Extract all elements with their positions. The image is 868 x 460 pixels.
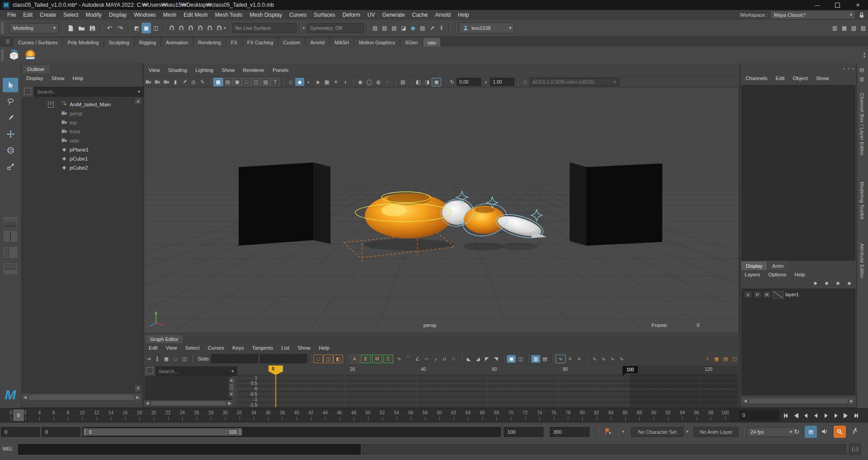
time-snap-icon[interactable]: ◫ (516, 355, 525, 363)
motion-blur-icon[interactable]: ◯ (365, 78, 374, 86)
plateau-tangent-icon[interactable]: ∪ (440, 355, 449, 363)
horizontal-scrollbar[interactable] (151, 401, 226, 405)
render-view-icon[interactable]: ▤ (370, 23, 380, 33)
frame-number-28[interactable]: 28 (208, 410, 213, 415)
frame-number-60[interactable]: 60 (437, 410, 442, 415)
tab-attribute-editor[interactable]: Attribute Editor (859, 243, 865, 278)
layout-persp-outliner-button[interactable] (4, 247, 17, 258)
snap-to-curves-icon[interactable] (176, 23, 186, 33)
time-slider[interactable]: 0246810121416182022242628303234363840424… (0, 408, 868, 422)
shelf-tab-sculpting[interactable]: Sculpting (104, 38, 134, 47)
sidebar-icon-a[interactable]: ▤ (859, 67, 864, 73)
frame-number-98[interactable]: 98 (708, 410, 713, 415)
workspace-selector[interactable]: Maya Classic* ▼ (770, 10, 855, 19)
shelf-tab-arnold[interactable]: Arnold (306, 38, 329, 47)
move-layer-down-icon[interactable] (823, 280, 830, 287)
layer-color-swatch[interactable] (773, 291, 783, 299)
shelf-tab-custom[interactable]: Custom (278, 38, 305, 47)
frame-number-42[interactable]: 42 (308, 410, 313, 415)
show-tool-settings-icon[interactable]: ▧ (849, 23, 859, 33)
shelf-item-badge[interactable] (23, 48, 38, 62)
tangent-preset-e[interactable]: E (361, 355, 371, 363)
snap-to-points-icon[interactable] (186, 23, 195, 33)
script-editor-icon[interactable]: {;} (849, 444, 861, 455)
redo-button[interactable]: ↷ (115, 23, 126, 33)
channel-box-menu-edit[interactable]: Edit (772, 74, 789, 82)
range-slider-track[interactable]: 0 100 (82, 427, 501, 437)
save-scene-button[interactable] (87, 23, 98, 33)
viewport-menu-show[interactable]: Show (217, 66, 239, 74)
graph-editor-menu-keys[interactable]: Keys (228, 344, 248, 352)
symmetry-field[interactable]: Symmetry: Off (307, 23, 364, 33)
textured-display-icon[interactable]: ◈ (313, 78, 322, 86)
layer-menu-layers[interactable]: Layers (741, 270, 764, 279)
pause-viewport-icon[interactable]: ‖ (437, 23, 446, 33)
region-select-icon[interactable]: □ (171, 355, 180, 363)
chevron-down-icon[interactable]: ▾ (224, 26, 226, 30)
play-forwards-button[interactable] (821, 410, 830, 421)
tab-modeling-toolkit[interactable]: Modeling Toolkit (859, 182, 865, 219)
fps-selector[interactable]: 24 fps ▼ (747, 427, 795, 437)
frame-number-14[interactable]: 14 (108, 410, 113, 415)
camera-select-icon[interactable] (144, 78, 153, 86)
frame-number-84[interactable]: 84 (609, 410, 613, 415)
frame-number-24[interactable]: 24 (180, 410, 185, 415)
shelf-tab-mash[interactable]: MASH (330, 38, 354, 47)
time-slider-track[interactable]: 0246810121416182022242628303234363840424… (0, 408, 737, 422)
spline-tangent-icon[interactable]: ∿ (395, 355, 404, 363)
frame-number-78[interactable]: 78 (566, 410, 571, 415)
character-model[interactable] (365, 193, 547, 240)
camera-lock-icon[interactable] (153, 78, 162, 86)
layer-render-toggle[interactable]: R (763, 291, 771, 299)
shelf-tab-poly-modeling[interactable]: Poly Modeling (63, 38, 103, 47)
make-live-icon[interactable] (214, 23, 224, 33)
frame-number-68[interactable]: 68 (494, 410, 499, 415)
show-modeling-toolkit-icon[interactable]: ▨ (859, 23, 868, 33)
channel-box-menu-show[interactable]: Show (812, 74, 833, 82)
select-object-mode-icon[interactable]: ▣ (142, 23, 151, 33)
outliner-item-camera[interactable]: side (23, 136, 156, 145)
pre-infinity-icon[interactable]: ≡ (566, 355, 575, 363)
chevron-down-icon[interactable]: ▾ (303, 26, 305, 30)
character-set-menu-icon[interactable]: ▾ (622, 429, 624, 434)
field-chart-icon[interactable]: ◫ (251, 78, 261, 86)
create-layer-from-selected-icon[interactable] (846, 280, 853, 287)
auto-keyframe-toggle[interactable] (834, 426, 846, 438)
channel-box-menu-object[interactable]: Object (788, 74, 811, 82)
paint-selection-tool[interactable] (3, 110, 18, 125)
shelf-tab-xgen[interactable]: XGen (401, 38, 422, 47)
absolute-view-icon[interactable]: □ (313, 355, 323, 363)
user-account-selector[interactable]: keu1538 ▼ (459, 23, 514, 33)
menu-surfaces[interactable]: Surfaces (310, 11, 339, 19)
shelf-item-poly-cube[interactable] (7, 48, 21, 62)
exposure-icon[interactable]: ↻ (448, 78, 457, 86)
use-all-lights-icon[interactable]: ▩ (322, 78, 331, 86)
live-surface-field[interactable]: No Live Surface (232, 23, 297, 33)
range-slider-bar[interactable]: 0 100 (84, 428, 242, 436)
close-button[interactable]: ✕ (848, 0, 868, 10)
command-input[interactable] (18, 444, 361, 455)
outliner-item-camera[interactable]: front (23, 127, 156, 136)
outliner-item-mesh[interactable]: ❖ pCube1 (23, 154, 156, 163)
frame-number-52[interactable]: 52 (380, 410, 385, 415)
layout-persp-graph-button[interactable] (4, 263, 17, 274)
outliner-item-mesh[interactable]: ❖ pPlane1 (23, 145, 156, 154)
scroll-up-icon[interactable]: ▲ (135, 98, 141, 104)
break-tangents-icon[interactable]: ◣ (464, 355, 473, 363)
channel-color-icon[interactable]: ▪ (848, 66, 849, 71)
smooth-shade-icon[interactable]: ◆ (295, 78, 304, 86)
frame-number-76[interactable]: 76 (551, 410, 556, 415)
frame-number-6[interactable]: 6 (52, 410, 55, 415)
frame-number-54[interactable]: 54 (394, 410, 399, 415)
command-line-mode-button[interactable]: MEL (3, 446, 13, 451)
scroll-left-icon[interactable]: ◀ (22, 394, 28, 400)
lighting-icon[interactable]: ☀ (331, 78, 340, 86)
shelf-tab-curves-surfaces[interactable]: Curves / Surfaces (14, 38, 62, 47)
undo-button[interactable]: ↶ (104, 23, 115, 33)
layout-four-pane-button[interactable] (4, 231, 17, 242)
frame-number-32[interactable]: 32 (237, 410, 242, 415)
move-nearest-picked-key-icon[interactable]: ⇥ (144, 355, 153, 363)
scroll-left-icon[interactable]: ◀ (742, 398, 748, 404)
gate-mask-icon[interactable]: □ (242, 78, 251, 86)
stats-time-field[interactable] (211, 354, 258, 363)
